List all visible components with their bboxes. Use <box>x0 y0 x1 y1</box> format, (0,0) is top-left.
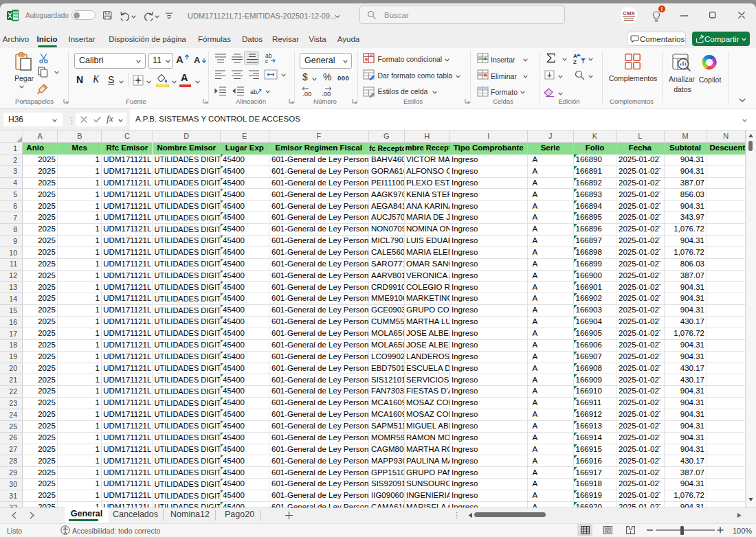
svg-text:ab: ab <box>250 89 257 95</box>
svg-text:Z: Z <box>573 59 577 64</box>
svg-text:.00: .00 <box>322 90 331 98</box>
svg-text:.00: .00 <box>302 90 311 98</box>
